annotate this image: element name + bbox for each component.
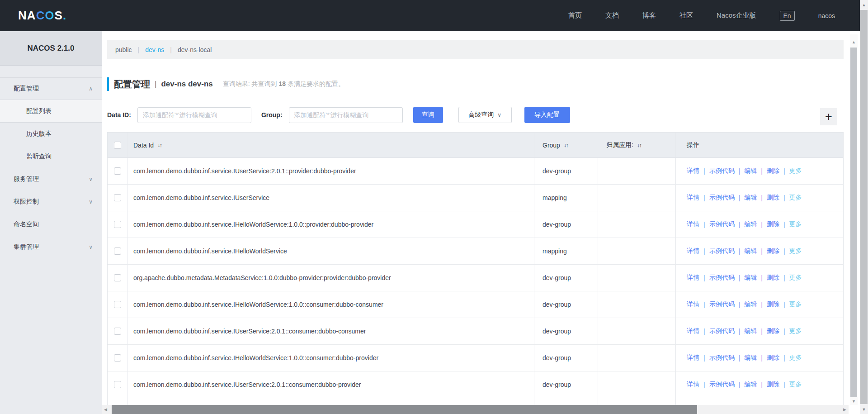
- op-delete-link[interactable]: 删除: [767, 354, 779, 362]
- row-checkbox[interactable]: [114, 221, 121, 228]
- op-more-link[interactable]: 更多: [789, 274, 802, 282]
- nav-docs[interactable]: 文档: [605, 11, 619, 20]
- op-more-link[interactable]: 更多: [789, 381, 802, 389]
- row-checkbox[interactable]: [114, 301, 121, 308]
- op-separator: |: [783, 274, 785, 281]
- scroll-down-icon[interactable]: ▼: [850, 397, 858, 405]
- row-checkbox[interactable]: [114, 274, 121, 281]
- import-config-button[interactable]: 导入配置: [524, 107, 570, 123]
- sidebar-item-access-control[interactable]: 权限控制 ∨: [0, 190, 102, 213]
- op-sample-code-link[interactable]: 示例代码: [709, 247, 735, 255]
- op-detail-link[interactable]: 详情: [687, 327, 699, 335]
- namespace-tab-dev-ns[interactable]: dev-ns: [145, 46, 164, 53]
- op-more-link[interactable]: 更多: [789, 247, 802, 255]
- scroll-down-icon[interactable]: ▼: [860, 405, 868, 413]
- row-checkbox[interactable]: [114, 194, 121, 201]
- row-checkbox[interactable]: [114, 328, 121, 335]
- op-detail-link[interactable]: 详情: [687, 274, 699, 282]
- op-edit-link[interactable]: 编辑: [744, 327, 757, 335]
- op-more-link[interactable]: 更多: [789, 167, 802, 175]
- op-sample-code-link[interactable]: 示例代码: [709, 167, 735, 175]
- sidebar-item-config-list[interactable]: 配置列表: [0, 100, 102, 123]
- row-checkbox[interactable]: [114, 381, 121, 388]
- advanced-search-button[interactable]: 高级查询 ∨: [458, 107, 512, 123]
- inner-vertical-scrollbar-thumb[interactable]: [850, 48, 857, 397]
- sort-icon[interactable]: ↓↑: [637, 142, 641, 148]
- op-edit-link[interactable]: 编辑: [744, 354, 757, 362]
- scroll-right-icon[interactable]: ▶: [841, 405, 849, 414]
- data-id-input[interactable]: [137, 107, 251, 123]
- op-edit-link[interactable]: 编辑: [744, 247, 757, 255]
- horizontal-scrollbar-thumb[interactable]: [112, 405, 697, 414]
- app-cell: [598, 371, 676, 398]
- row-checkbox[interactable]: [114, 247, 121, 255]
- row-checkbox-cell: [108, 238, 127, 264]
- op-detail-link[interactable]: 详情: [687, 167, 699, 175]
- sidebar-item-config-management[interactable]: 配置管理 ∧: [0, 77, 102, 100]
- op-delete-link[interactable]: 删除: [767, 167, 779, 175]
- op-separator: |: [783, 247, 785, 255]
- sidebar-item-cluster-management[interactable]: 集群管理 ∨: [0, 236, 102, 258]
- op-more-link[interactable]: 更多: [789, 220, 802, 228]
- op-sample-code-link[interactable]: 示例代码: [709, 220, 735, 228]
- op-sample-code-link[interactable]: 示例代码: [709, 194, 735, 202]
- group-input[interactable]: [289, 107, 403, 123]
- op-detail-link[interactable]: 详情: [687, 247, 699, 255]
- app-cell: [598, 211, 676, 238]
- nav-enterprise[interactable]: Nacos企业版: [717, 11, 756, 20]
- result-count: 18: [279, 80, 286, 87]
- op-delete-link[interactable]: 删除: [767, 247, 779, 255]
- sidebar-item-history-versions[interactable]: 历史版本: [0, 123, 102, 145]
- op-delete-link[interactable]: 删除: [767, 194, 779, 202]
- op-edit-link[interactable]: 编辑: [744, 167, 757, 175]
- op-detail-link[interactable]: 详情: [687, 194, 699, 202]
- username[interactable]: nacos: [818, 12, 835, 19]
- op-sample-code-link[interactable]: 示例代码: [709, 354, 735, 362]
- op-detail-link[interactable]: 详情: [687, 354, 699, 362]
- sort-icon[interactable]: ↓↑: [157, 142, 161, 148]
- search-button[interactable]: 查询: [413, 107, 443, 123]
- sort-icon[interactable]: ↓↑: [564, 142, 568, 148]
- op-delete-link[interactable]: 删除: [767, 274, 779, 282]
- row-checkbox[interactable]: [114, 354, 121, 362]
- op-more-link[interactable]: 更多: [789, 300, 802, 309]
- scroll-up-icon[interactable]: ▲: [850, 38, 858, 46]
- column-label: Data Id: [133, 142, 154, 149]
- op-edit-link[interactable]: 编辑: [744, 381, 757, 389]
- op-sample-code-link[interactable]: 示例代码: [709, 327, 735, 335]
- op-delete-link[interactable]: 删除: [767, 220, 779, 228]
- op-sample-code-link[interactable]: 示例代码: [709, 381, 735, 389]
- sidebar-item-label: 权限控制: [14, 198, 39, 206]
- op-delete-link[interactable]: 删除: [767, 327, 779, 335]
- nacos-logo[interactable]: NACOS.: [18, 9, 66, 23]
- sidebar-item-listening-query[interactable]: 监听查询: [0, 145, 102, 168]
- language-toggle[interactable]: En: [780, 11, 795, 21]
- namespace-tab-public[interactable]: public: [115, 46, 132, 53]
- nav-community[interactable]: 社区: [679, 11, 693, 20]
- op-sample-code-link[interactable]: 示例代码: [709, 300, 735, 309]
- op-more-link[interactable]: 更多: [789, 354, 802, 362]
- op-detail-link[interactable]: 详情: [687, 381, 699, 389]
- op-edit-link[interactable]: 编辑: [744, 274, 757, 282]
- nav-home[interactable]: 首页: [568, 11, 582, 20]
- nav-blog[interactable]: 博客: [642, 11, 656, 20]
- namespace-tab-dev-ns-local[interactable]: dev-ns-local: [178, 46, 212, 53]
- op-delete-link[interactable]: 删除: [767, 381, 779, 389]
- browser-vertical-scrollbar-thumb[interactable]: [860, 10, 868, 404]
- op-edit-link[interactable]: 编辑: [744, 194, 757, 202]
- sidebar-item-namespace[interactable]: 命名空间: [0, 213, 102, 236]
- scroll-up-icon[interactable]: ▲: [860, 1, 868, 9]
- op-sample-code-link[interactable]: 示例代码: [709, 274, 735, 282]
- add-config-button[interactable]: +: [820, 108, 837, 125]
- op-more-link[interactable]: 更多: [789, 194, 802, 202]
- op-more-link[interactable]: 更多: [789, 327, 802, 335]
- op-detail-link[interactable]: 详情: [687, 300, 699, 309]
- sidebar-item-service-management[interactable]: 服务管理 ∨: [0, 168, 102, 190]
- scroll-left-icon[interactable]: ◀: [102, 405, 109, 414]
- op-delete-link[interactable]: 删除: [767, 300, 779, 309]
- op-detail-link[interactable]: 详情: [687, 220, 699, 228]
- select-all-checkbox[interactable]: [114, 142, 121, 149]
- op-edit-link[interactable]: 编辑: [744, 220, 757, 228]
- op-edit-link[interactable]: 编辑: [744, 300, 757, 309]
- row-checkbox[interactable]: [114, 167, 121, 175]
